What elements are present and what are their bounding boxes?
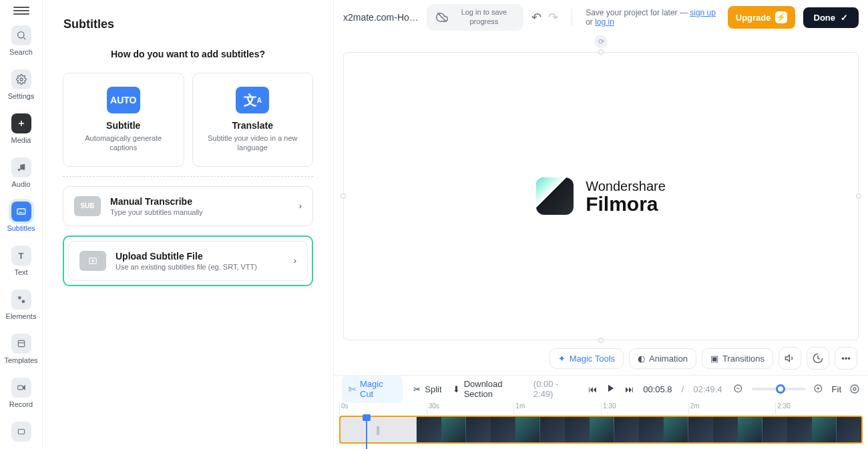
- svg-point-11: [21, 300, 25, 304]
- zoom-slider[interactable]: [752, 388, 805, 390]
- gear-icon: [11, 69, 31, 89]
- video-stage[interactable]: Wondershare Filmora: [343, 52, 859, 340]
- resize-handle[interactable]: [341, 193, 346, 199]
- row-title: Upload Subtitle File: [116, 251, 257, 262]
- svg-point-18: [92, 260, 93, 261]
- save-prompt: Save your project for later — sign up or…: [586, 8, 720, 27]
- zoom-out-icon[interactable]: [733, 384, 744, 394]
- svg-point-5: [17, 169, 20, 171]
- svg-point-6: [22, 168, 25, 171]
- filmora-logo-icon: [536, 177, 574, 215]
- plus-icon: [11, 113, 31, 133]
- split-button[interactable]: ✂Split: [413, 384, 441, 394]
- rail-item-record[interactable]: Record: [3, 375, 40, 411]
- login-save-button[interactable]: Log in to save progress: [427, 4, 523, 31]
- rail-item-audio[interactable]: Audio: [3, 155, 40, 191]
- translate-icon: 文A: [236, 87, 269, 113]
- video-track[interactable]: ‖: [339, 416, 863, 444]
- time-total: 02:49.4: [693, 384, 722, 394]
- rail-item-settings[interactable]: Settings: [3, 67, 40, 103]
- rail-item-search[interactable]: Search: [3, 23, 40, 59]
- bolt-icon: ⚡: [775, 11, 787, 23]
- login-text: Log in to save progress: [453, 8, 514, 27]
- svg-rect-10: [18, 296, 21, 299]
- svg-point-0: [17, 32, 23, 38]
- rail-item-media[interactable]: Media: [3, 111, 40, 147]
- panel-question: How do you want to add subtitles?: [63, 49, 313, 59]
- svg-rect-14: [17, 386, 23, 390]
- skip-forward-icon[interactable]: ⏭: [625, 384, 634, 394]
- rail-label: Settings: [8, 92, 35, 100]
- svg-point-28: [851, 385, 859, 393]
- zoom-in-icon[interactable]: [813, 384, 824, 394]
- card-title: Subtitle: [71, 120, 176, 131]
- more-icon[interactable]: •••: [835, 347, 857, 370]
- rail-label: Templates: [4, 356, 37, 364]
- rail-item-templates[interactable]: Templates: [3, 331, 40, 367]
- undo-icon[interactable]: ↶: [531, 10, 541, 25]
- rail-label: Subtitles: [7, 224, 35, 232]
- playhead[interactable]: [366, 416, 367, 449]
- resize-handle[interactable]: [856, 193, 861, 199]
- fit-button[interactable]: Fit: [832, 384, 841, 394]
- svg-point-2: [20, 78, 23, 81]
- preview-content: Wondershare Filmora: [536, 177, 666, 215]
- subtitles-icon: [11, 201, 31, 221]
- redo-icon[interactable]: ↷: [548, 10, 558, 25]
- track-area: ‖: [339, 416, 863, 444]
- zoom-knob[interactable]: [776, 384, 785, 394]
- resize-handle[interactable]: [598, 338, 604, 343]
- divider: [572, 9, 572, 26]
- video-clip[interactable]: [417, 417, 861, 442]
- project-title[interactable]: x2mate.com-How to...: [343, 12, 419, 23]
- resize-handle[interactable]: [598, 49, 604, 55]
- magic-tools-button[interactable]: ✦Magic Tools: [550, 348, 624, 369]
- rail-item-extra[interactable]: [3, 419, 40, 444]
- svg-marker-21: [608, 384, 614, 392]
- extra-icon: [11, 422, 31, 442]
- card-desc: Subtitle your video in a new language: [201, 133, 305, 153]
- svg-line-1: [23, 37, 25, 39]
- card-auto-subtitle[interactable]: AUTO Subtitle Automagically generate cap…: [63, 73, 184, 167]
- check-icon: ✓: [841, 13, 848, 23]
- rail-item-subtitles[interactable]: Subtitles: [3, 199, 40, 235]
- svg-marker-20: [785, 355, 789, 361]
- skip-back-icon[interactable]: ⏮: [588, 384, 597, 394]
- signup-link[interactable]: sign up: [690, 8, 716, 17]
- rail-item-elements[interactable]: Elements: [3, 287, 40, 323]
- row-desc: Type your subtitles manually: [110, 208, 203, 216]
- magic-cut-button[interactable]: ✄Magic Cut: [342, 375, 403, 403]
- speed-icon[interactable]: [807, 347, 829, 370]
- animation-button[interactable]: ◐Animation: [629, 348, 696, 369]
- rail-item-text[interactable]: T Text: [3, 243, 40, 279]
- playback-controls: ⏮ ⏭ 00:05.8 / 02:49.4: [588, 384, 722, 395]
- volume-icon[interactable]: [779, 347, 801, 370]
- login-link[interactable]: log in: [595, 17, 614, 27]
- music-icon: [11, 157, 31, 177]
- brand-line1: Wondershare: [586, 179, 666, 194]
- card-translate[interactable]: 文A Translate Subtitle your video in a ne…: [192, 73, 314, 167]
- sub-icon: SUB: [74, 196, 101, 216]
- upgrade-button[interactable]: Upgrade⚡: [728, 6, 795, 29]
- track-handle-icon[interactable]: ‖: [341, 417, 417, 442]
- topbar: x2mate.com-How to... Log in to save prog…: [334, 0, 868, 35]
- timeline-settings-icon[interactable]: [849, 384, 860, 394]
- timeline-ruler[interactable]: 0s 30s 1m 1:30 2m 2:30: [339, 402, 863, 414]
- hamburger-icon[interactable]: [13, 7, 29, 15]
- card-manual-transcribe[interactable]: SUB Manual Transcribe Type your subtitle…: [63, 186, 313, 226]
- play-icon[interactable]: [606, 384, 616, 395]
- shapes-icon: [11, 290, 31, 310]
- stage-indicator-icon[interactable]: ⟳: [594, 35, 608, 48]
- svg-rect-7: [17, 209, 25, 214]
- templates-icon: [11, 334, 31, 354]
- svg-rect-16: [18, 430, 24, 434]
- download-section-button[interactable]: ⬇Download Section (0:00 - 2:49): [453, 379, 578, 399]
- chevron-right-icon: ›: [299, 201, 302, 211]
- rail-label: Text: [14, 268, 27, 276]
- card-upload-subtitle[interactable]: Upload Subtitle File Use an existing sub…: [68, 241, 308, 281]
- transitions-button[interactable]: ▣Transitions: [702, 348, 773, 369]
- done-button[interactable]: Done✓: [803, 7, 859, 28]
- wand-icon: ✄: [349, 384, 356, 394]
- subtitles-panel: Subtitles How do you want to add subtitl…: [43, 0, 334, 449]
- cloud-off-icon: [436, 11, 448, 23]
